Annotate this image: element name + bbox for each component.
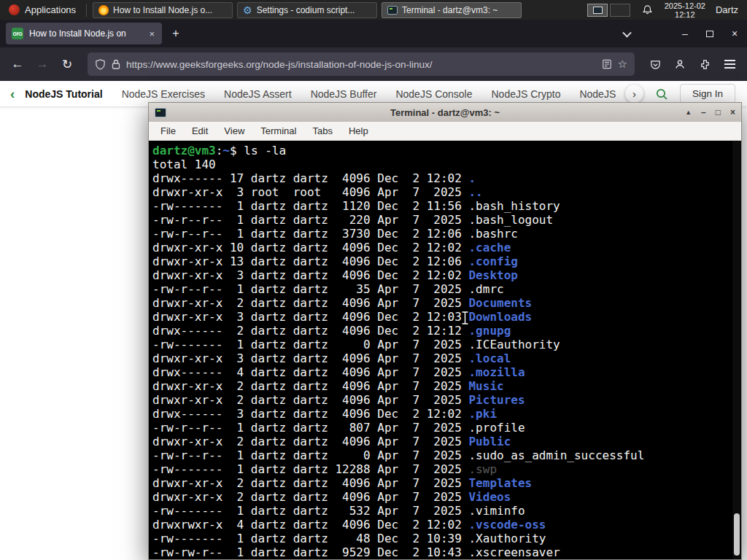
terminal-title: Terminal - dartz@vm3: ~ [149,107,741,118]
clock-date: 2025-12-02 [665,1,705,10]
nav-item-nodejs-buffer[interactable]: NodeJS Buffer [311,88,377,100]
terminal-menubar: File Edit View Terminal Tabs Help [149,122,741,141]
terminal-icon [155,108,166,117]
close-button[interactable]: × [730,108,735,117]
tab-title: How to Install Node.js on [29,28,142,39]
panel-separator [86,4,87,17]
settings-gear-icon: ⚙ [243,5,252,15]
user-menu-button[interactable]: Dartz [716,4,738,15]
workspace-switcher [587,4,630,17]
navigation-toolbar: ← → ↻ https://www.geeksforgeeks.org/node… [0,47,747,81]
forward-button[interactable]: → [31,52,54,76]
terminal-scrollbar[interactable] [732,141,741,559]
desktop: Applications How to Install Node.js o...… [0,0,747,560]
firefox-icon [98,5,109,15]
shade-button[interactable]: ▲ [685,109,692,116]
top-panel: Applications How to Install Node.js o...… [0,0,747,20]
restore-button[interactable] [697,20,722,47]
menu-terminal[interactable]: Terminal [253,123,303,139]
tab-close-button[interactable]: × [147,28,156,39]
list-all-tabs-button[interactable] [616,23,638,44]
url-bar[interactable]: https://www.geeksforgeeks.org/node-js/in… [88,52,635,76]
taskbar-window-title: Settings - codium script... [257,5,355,15]
menu-file[interactable]: File [153,123,183,139]
minimize-button[interactable]: – [673,20,697,47]
pocket-icon[interactable] [643,52,667,76]
menu-button[interactable] [718,52,741,76]
nav-item-nodejs-console[interactable]: NodeJS Console [395,88,472,100]
workspace-window-thumb [593,7,603,14]
nav-item-nodejs-crypto[interactable]: NodeJS Crypto [492,88,561,100]
terminal-output: dartz@vm3:~$ ls -latotal 140drwx------ 1… [152,144,729,559]
tab-bar: GfG How to Install Node.js on × + – × [0,20,747,47]
new-tab-button[interactable]: + [166,24,185,43]
hamburger-icon [724,60,735,69]
bookmark-star-icon[interactable]: ☆ [618,58,627,71]
applications-menu-button[interactable]: Applications [0,0,85,20]
search-icon[interactable] [655,88,668,101]
nav-scroll-left-icon[interactable]: ‹ [10,86,15,102]
nav-item-nodejs-assert[interactable]: NodeJS Assert [224,88,292,100]
terminal-window: Terminal - dartz@vm3: ~ ▲ – □ × File Edi… [148,102,742,560]
nav-item-nodejs-tutorial[interactable]: NodeJS Tutorial [25,88,102,100]
lock-icon[interactable] [112,59,120,69]
taskbar-window-title: How to Install Node.js o... [113,5,212,15]
extensions-icon[interactable] [693,52,716,76]
browser-tab[interactable]: GfG How to Install Node.js on × [6,23,162,44]
geeksforgeeks-favicon-icon: GfG [12,28,23,39]
menu-view[interactable]: View [217,123,252,139]
close-button[interactable]: × [722,20,747,47]
panel-clock[interactable]: 2025-12-02 12:12 [665,1,705,19]
mouse-cursor [460,311,470,325]
menu-edit[interactable]: Edit [185,123,215,139]
url-text: https://www.geeksforgeeks.org/node-js/in… [126,59,596,70]
sign-in-button[interactable]: Sign In [680,84,735,104]
notification-bell-icon[interactable] [642,4,653,15]
restore-icon [706,31,713,37]
taskbar-window-title: Terminal - dartz@vm3: ~ [402,5,498,15]
scrollbar-thumb[interactable] [734,513,740,556]
terminal-window-controls: ▲ – □ × [685,103,735,122]
nav-item-nodejs-exercises[interactable]: NodeJS Exercises [122,88,205,100]
terminal-icon [387,6,398,15]
reader-view-icon[interactable] [602,59,612,69]
menu-tabs[interactable]: Tabs [305,123,339,139]
taskbar-window-firefox[interactable]: How to Install Node.js o... [93,2,233,18]
clock-time: 12:12 [665,10,705,19]
workspace-2[interactable] [610,4,630,17]
distro-logo-icon [9,4,20,15]
reload-button[interactable]: ↻ [55,52,79,76]
taskbar-window-settings[interactable]: ⚙ Settings - codium script... [237,2,377,18]
minimize-button[interactable]: – [701,108,706,117]
account-icon[interactable] [668,52,692,76]
taskbar-window-terminal[interactable]: Terminal - dartz@vm3: ~ [382,2,522,18]
nav-scroll-right-button[interactable]: › [625,85,643,103]
chevron-down-icon [622,28,632,37]
workspace-1[interactable] [587,4,608,17]
terminal-screen[interactable]: dartz@vm3:~$ ls -latotal 140drwx------ 1… [149,141,741,559]
menu-help[interactable]: Help [341,123,376,139]
window-controls: – × [673,20,747,47]
back-button[interactable]: ← [6,52,29,76]
maximize-button[interactable]: □ [716,108,721,117]
terminal-titlebar[interactable]: Terminal - dartz@vm3: ~ ▲ – □ × [149,103,741,122]
applications-label: Applications [25,4,76,15]
tracking-shield-icon[interactable] [95,59,106,70]
